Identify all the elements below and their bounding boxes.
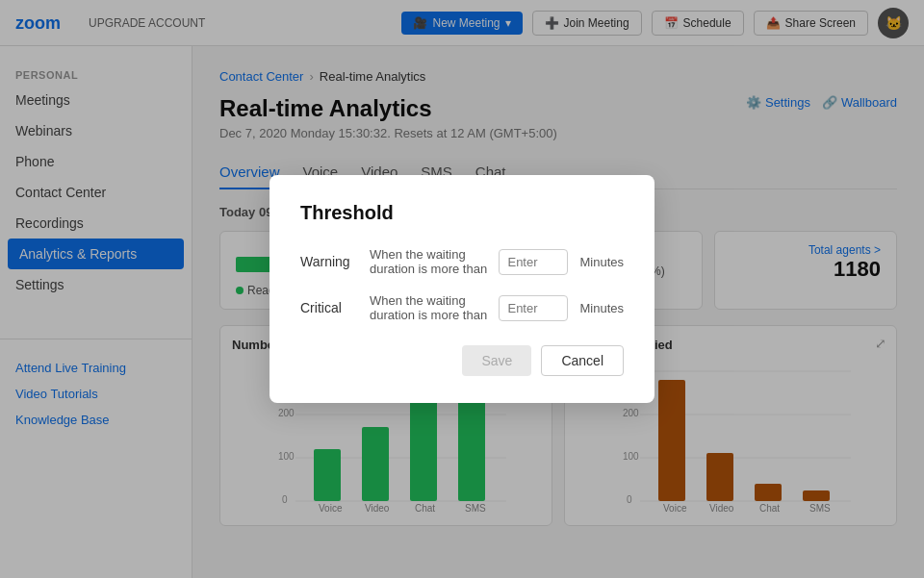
modal-warning-row: Warning When the waiting duration is mor… [300, 247, 624, 276]
modal-warning-input[interactable] [499, 249, 568, 275]
modal-actions: Save Cancel [300, 345, 624, 376]
modal-critical-desc: When the waiting duration is more than [370, 293, 491, 322]
modal-critical-row: Critical When the waiting duration is mo… [300, 293, 624, 322]
modal-save-button[interactable]: Save [462, 345, 531, 376]
modal-critical-unit: Minutes [579, 301, 624, 315]
threshold-modal: Threshold Warning When the waiting durat… [270, 175, 654, 403]
modal-critical-input[interactable] [499, 295, 568, 321]
modal-title: Threshold [300, 202, 624, 224]
modal-overlay: Threshold Warning When the waiting durat… [0, 0, 924, 578]
modal-warning-unit: Minutes [579, 255, 624, 269]
modal-critical-label: Critical [300, 300, 362, 315]
modal-warning-label: Warning [300, 254, 362, 269]
modal-warning-desc: When the waiting duration is more than [370, 247, 491, 276]
modal-cancel-button[interactable]: Cancel [541, 345, 624, 376]
